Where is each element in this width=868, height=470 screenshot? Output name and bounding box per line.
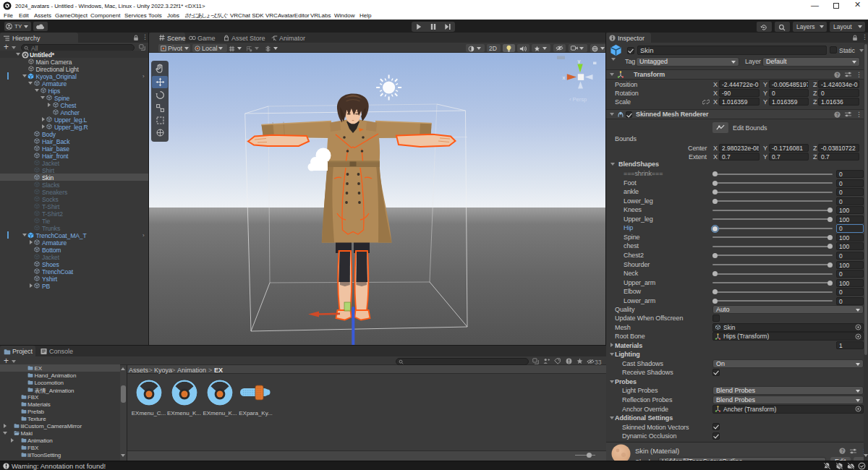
svg-text:?: ?: [841, 448, 844, 453]
svg-text:?: ?: [836, 72, 839, 77]
svg-text:?: ?: [836, 111, 839, 116]
svg-text:‹ Persp: ‹ Persp: [569, 96, 587, 103]
svg-text:x: x: [563, 74, 566, 81]
svg-text:y: y: [578, 58, 581, 64]
